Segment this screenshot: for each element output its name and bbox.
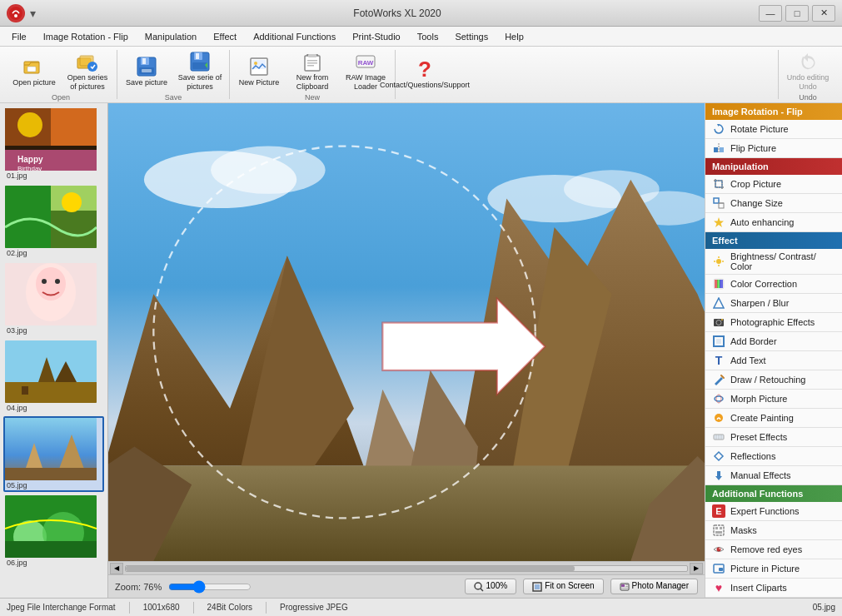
menu-settings[interactable]: Settings [446, 29, 496, 44]
thumb-02[interactable]: 02.jpg [3, 184, 104, 260]
save-series-button[interactable]: Save serie of pictures [174, 50, 226, 92]
brightness-item[interactable]: Brightness/ Contrast/ Color [705, 249, 842, 275]
open-series-label: Open series of pictures [64, 73, 111, 92]
undo-icon [796, 50, 820, 73]
crop-icon [712, 177, 725, 191]
scroll-thumb[interactable] [126, 566, 575, 571]
masks-item[interactable]: Masks [705, 521, 842, 540]
svg-rect-14 [196, 53, 199, 59]
expert-functions-item[interactable]: E Expert Functions [705, 502, 842, 521]
manual-icon [712, 469, 725, 482]
flip-picture-item[interactable]: Flip Picture [705, 139, 842, 158]
minimize-button[interactable]: — [759, 5, 782, 22]
photo-effects-label: Photographic Effects [730, 317, 815, 327]
create-painting-item[interactable]: Create Painting [705, 409, 842, 428]
menu-tools[interactable]: Tools [409, 29, 447, 44]
svg-marker-90 [714, 217, 724, 227]
remove-red-eyes-item[interactable]: Remove red eyes [705, 540, 842, 559]
undo-label: Undo editing Undo [785, 73, 831, 92]
manual-effects-item[interactable]: Manual Effects [705, 466, 842, 485]
title-bar-dropdown[interactable]: ▾ [30, 7, 36, 20]
morph-label: Morph Picture [730, 394, 787, 404]
thumb-01[interactable]: Happy Birthday 01.jpg [3, 107, 104, 182]
svg-marker-113 [715, 452, 723, 460]
open-series-button[interactable]: Open series of pictures [62, 50, 113, 92]
picture-in-picture-item[interactable]: Picture in Picture [705, 559, 842, 579]
menu-rotation[interactable]: Image Rotation - Flip [35, 29, 137, 44]
status-sep-3 [266, 602, 267, 614]
close-button[interactable]: ✕ [812, 5, 835, 22]
svg-rect-76 [535, 584, 540, 589]
preset-effects-item[interactable]: Preset Effects [705, 428, 842, 447]
flip-picture-label: Flip Picture [730, 143, 776, 153]
photo-effects-icon [712, 315, 725, 329]
menu-additional[interactable]: Additional Functions [245, 29, 344, 44]
canvas-area: ◀ ▶ Zoom: 76% 100% Fit on Screen Photo M… [108, 103, 705, 598]
manual-label: Manual Effects [730, 470, 791, 480]
svg-rect-15 [192, 62, 207, 69]
reflections-item[interactable]: Reflections [705, 447, 842, 466]
thumb-03[interactable]: 03.jpg [3, 261, 104, 337]
add-text-label: Add Text [730, 355, 766, 365]
insert-cliparts-item[interactable]: ♥ Insert Cliparts [705, 579, 842, 598]
section-rotation: Image Rotation - Flip Rotate Picture Fli… [705, 103, 842, 158]
maximize-button[interactable]: □ [785, 5, 809, 22]
save-picture-button[interactable]: Save picture [121, 50, 172, 92]
menu-file[interactable]: File [3, 29, 35, 44]
sharpen-blur-item[interactable]: Sharpen / Blur [705, 294, 842, 313]
thumbnail-panel[interactable]: Happy Birthday 01.jpg 02.jpg [0, 103, 108, 598]
thumb-image-06 [5, 495, 97, 558]
menu-help[interactable]: Help [496, 29, 532, 44]
svg-rect-86 [715, 181, 722, 187]
contact-support-button[interactable]: ? Contact/Questions/Support [399, 53, 451, 95]
morph-picture-item[interactable]: Morph Picture [705, 390, 842, 409]
open-group-label: Open [8, 92, 113, 102]
toolbar-group-save: Save picture Save serie of pictures Save [117, 50, 230, 99]
masks-label: Masks [730, 525, 757, 535]
change-size-item[interactable]: Change Size [705, 194, 842, 213]
sharpen-icon [712, 296, 725, 310]
photo-manager-button[interactable]: Photo Manager [610, 579, 698, 594]
scroll-track[interactable] [125, 565, 688, 572]
pip-label: Picture in Picture [730, 564, 800, 574]
zoom-bar: Zoom: 76% 100% Fit on Screen Photo Manag… [108, 574, 705, 598]
menu-effect[interactable]: Effect [205, 29, 245, 44]
canvas-main[interactable] [108, 103, 705, 561]
rotate-picture-item[interactable]: Rotate Picture [705, 120, 842, 139]
menu-manipulation[interactable]: Manipulation [137, 29, 205, 44]
thumb-04[interactable]: 04.jpg [3, 339, 104, 415]
draw-retouch-item[interactable]: Draw / Retouching [705, 370, 842, 390]
horizontal-scrollbar[interactable]: ◀ ▶ [108, 561, 705, 574]
canvas-image [108, 103, 705, 561]
svg-point-73 [475, 583, 481, 589]
scroll-left[interactable]: ◀ [110, 563, 123, 574]
photo-effects-item[interactable]: Photographic Effects [705, 313, 842, 332]
new-picture-button[interactable]: New Picture [233, 50, 285, 92]
svg-point-1 [14, 14, 17, 17]
add-border-item[interactable]: Add Border [705, 332, 842, 351]
thumb-label-01: 01.jpg [5, 171, 102, 181]
color-correction-item[interactable]: Color Correction [705, 275, 842, 294]
menu-print[interactable]: Print-Studio [344, 29, 408, 44]
svg-rect-68 [108, 465, 705, 561]
svg-rect-24 [307, 65, 314, 67]
add-border-icon [712, 335, 725, 348]
undo-button: Undo editing Undo [782, 50, 834, 92]
crop-picture-item[interactable]: Crop Picture [705, 175, 842, 194]
open-picture-button[interactable]: Open picture [8, 50, 60, 92]
title-bar-left: ▾ [7, 4, 36, 22]
zoom-100-button[interactable]: 100% [465, 579, 517, 594]
rotate-icon [712, 122, 725, 136]
auto-enhance-item[interactable]: Auto enhancing [705, 213, 842, 232]
zoom-slider[interactable] [168, 580, 252, 594]
add-text-item[interactable]: T Add Text [705, 351, 842, 370]
thumb-05[interactable]: 05.jpg [3, 416, 104, 492]
scroll-right[interactable]: ▶ [690, 563, 703, 574]
svg-rect-11 [142, 69, 152, 72]
thumb-06[interactable]: 06.jpg [3, 494, 104, 569]
svg-point-58 [211, 147, 326, 194]
fit-screen-button[interactable]: Fit on Screen [523, 579, 603, 594]
svg-rect-117 [715, 531, 722, 534]
new-clipboard-button[interactable]: New from Clipboard [286, 50, 338, 92]
preset-icon [712, 430, 725, 444]
